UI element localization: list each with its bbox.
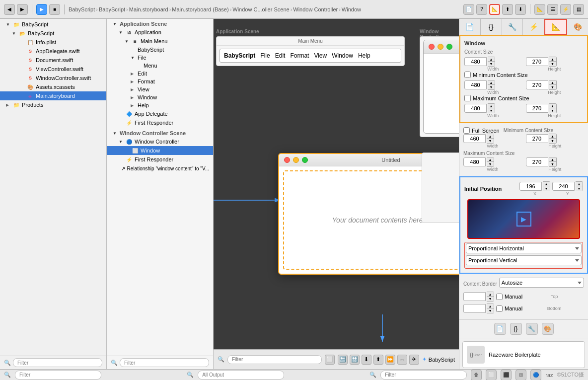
outline-file[interactable]: ▼ File [107, 54, 213, 62]
min-height-up[interactable]: ▲ [549, 80, 556, 85]
content-border-dropdown[interactable]: Autosize Fixed [499, 278, 584, 288]
status-trash-btn[interactable]: 🗑 [471, 370, 482, 380]
zoom-btn-2[interactable]: 🔛 [350, 355, 360, 365]
fs-max-up[interactable]: ▲ [487, 157, 494, 162]
breadcrumb-window-controller-scene[interactable]: Window C...oller Scene [232, 6, 289, 12]
status-filter-input-3[interactable] [380, 371, 467, 380]
max-height-down[interactable]: ▼ [549, 108, 556, 113]
fs-min-height-up[interactable]: ▲ [549, 134, 556, 139]
height-down[interactable]: ▼ [549, 62, 556, 66]
y-up[interactable]: ▲ [576, 182, 583, 186]
height-input[interactable] [526, 57, 548, 66]
toolbar-btn-extra3[interactable]: 📐 [534, 4, 545, 15]
tree-item-viewcontroller[interactable]: S ViewController.swift [0, 65, 106, 74]
outline-main-menu[interactable]: ▼ ≡ Main Menu [107, 37, 213, 46]
breadcrumb-window[interactable]: Window [342, 6, 361, 12]
toolbar-navigate-back[interactable]: ◀ [4, 4, 15, 15]
tree-item-windowcontroller[interactable]: S WindowController.swift [0, 74, 106, 82]
inspector-bottom-btn-3[interactable]: 🔧 [526, 323, 538, 335]
inspector-bottom-btn-2[interactable]: {} [510, 323, 522, 335]
status-filter-input[interactable] [15, 371, 101, 380]
outline-first-responder-1[interactable]: ⚡ First Responder [107, 118, 213, 127]
outline-format[interactable]: ▶ Format [107, 77, 213, 85]
zoom-btn-1[interactable]: 🔙 [338, 355, 348, 365]
tree-item-products[interactable]: ▶ 📁 Products [0, 100, 106, 109]
toolbar-stop[interactable]: ■ [49, 4, 60, 15]
bottom-manual-checkbox[interactable] [496, 305, 503, 312]
outline-application[interactable]: ▼ 🖥 Application [107, 28, 213, 37]
fs-min-width-down[interactable]: ▼ [487, 139, 494, 143]
min-width-down[interactable]: ▼ [488, 85, 495, 89]
zoom-btn-6[interactable]: ↔ [397, 355, 407, 365]
fs-max-width-input[interactable] [463, 157, 486, 166]
max-content-checkbox[interactable] [464, 95, 471, 101]
canvas-icon-btn-1[interactable]: ⬜ [325, 355, 335, 365]
outline-filter-input[interactable] [120, 358, 209, 367]
status-raz-btn[interactable]: 🔵 [530, 370, 541, 380]
menubar-mockup[interactable]: BabyScript File Edit Format View Window … [220, 49, 401, 63]
outline-app-delegate[interactable]: 🔷 App Delegate [107, 109, 213, 118]
width-up[interactable]: ▲ [488, 57, 495, 62]
status-filter-input-2[interactable] [198, 371, 284, 380]
fs-max-height-input[interactable] [526, 157, 548, 166]
inspector-bottom-btn-4[interactable]: 🎨 [542, 323, 554, 335]
breadcrumb-main-storyboard-base[interactable]: Main.storyboard (Base) [172, 6, 228, 12]
inspector-tab-file[interactable]: 📄 [459, 19, 481, 35]
toolbar-btn-extra6[interactable]: ▤ [573, 4, 584, 15]
x-up[interactable]: ▲ [543, 182, 550, 186]
inspector-file-btn[interactable]: 📄 [463, 4, 474, 15]
tree-item-babyscript-project[interactable]: ▼ 📁 BabyScript [0, 20, 106, 29]
top-input[interactable] [463, 292, 486, 301]
x-input[interactable] [519, 182, 542, 191]
inspector-tab-attributes[interactable]: ⚡ [523, 19, 544, 35]
outline-relationship[interactable]: ↗ Relationship "window content" to "V... [107, 164, 213, 173]
outline-window-controller-scene[interactable]: ▼ Window Controller Scene [107, 129, 213, 137]
top-up[interactable]: ▲ [487, 292, 494, 297]
tree-item-babyscript-group[interactable]: ▼ 📂 BabyScript [0, 29, 106, 38]
min-width-input[interactable] [464, 80, 487, 89]
min-content-checkbox[interactable] [464, 72, 471, 78]
zoom-btn-3[interactable]: ⬇ [362, 355, 371, 365]
max-height-up[interactable]: ▲ [549, 104, 556, 108]
fullscreen-checkbox[interactable] [463, 127, 470, 134]
top-down[interactable]: ▼ [487, 297, 494, 301]
y-input[interactable] [552, 182, 575, 191]
bottom-down[interactable]: ▼ [487, 308, 494, 313]
fs-min-width-up[interactable]: ▲ [487, 134, 494, 139]
boilerplate-box[interactable]: {} User Razeware Boilerplate [462, 341, 585, 368]
tree-item-appdelegate[interactable]: S AppDelegate.swift [0, 47, 106, 56]
inspector-size-btn[interactable]: 📐 [489, 4, 500, 15]
outline-help[interactable]: ▶ Help [107, 101, 213, 109]
width-input[interactable] [464, 57, 487, 66]
inspector-tab-quick[interactable]: {} [481, 19, 502, 35]
bottom-input[interactable] [463, 304, 486, 313]
outline-first-responder-2[interactable]: ⚡ First Responder [107, 155, 213, 164]
max-width-up[interactable]: ▲ [488, 104, 495, 108]
status-split-btn-2[interactable]: ⬛ [501, 370, 512, 380]
min-height-input[interactable] [526, 80, 548, 89]
outline-edit[interactable]: ▶ Edit [107, 70, 213, 77]
outline-window[interactable]: ▶ Window [107, 93, 213, 101]
fs-max-down[interactable]: ▼ [487, 162, 494, 166]
file-filter-input[interactable] [13, 358, 102, 367]
fs-max-h-down[interactable]: ▼ [549, 162, 556, 166]
vertical-dropdown[interactable]: Proportional Vertical Top Bottom Center [466, 255, 582, 265]
outline-view[interactable]: ▶ View [107, 85, 213, 93]
min-height-down[interactable]: ▼ [549, 85, 556, 89]
fs-max-h-up[interactable]: ▲ [549, 157, 556, 162]
toolbar-btn-extra2[interactable]: ⬇ [515, 4, 526, 15]
toolbar-navigate-forward[interactable]: ▶ [17, 4, 28, 15]
tree-item-main-storyboard[interactable]: ◈ Main.storyboard [0, 91, 106, 100]
tree-item-assets[interactable]: 🎨 Assets.xcassets [0, 82, 106, 91]
canvas-filter-input[interactable] [227, 355, 322, 364]
toolbar-btn-extra1[interactable]: ⬆ [502, 4, 513, 15]
max-width-down[interactable]: ▼ [488, 108, 495, 113]
top-manual-checkbox[interactable] [496, 294, 503, 300]
fs-min-height-down[interactable]: ▼ [549, 139, 556, 143]
breadcrumb-main-storyboard[interactable]: Main.storyboard [129, 6, 168, 12]
tree-item-document[interactable]: S Document.swift [0, 56, 106, 65]
horizontal-dropdown[interactable]: Proportional Horizontal Left Right Cente… [466, 243, 582, 253]
inspector-tab-size[interactable]: 📐 [544, 19, 567, 35]
max-width-input[interactable] [464, 104, 487, 113]
tree-item-info-plist[interactable]: 📋 Info.plist [0, 38, 106, 47]
